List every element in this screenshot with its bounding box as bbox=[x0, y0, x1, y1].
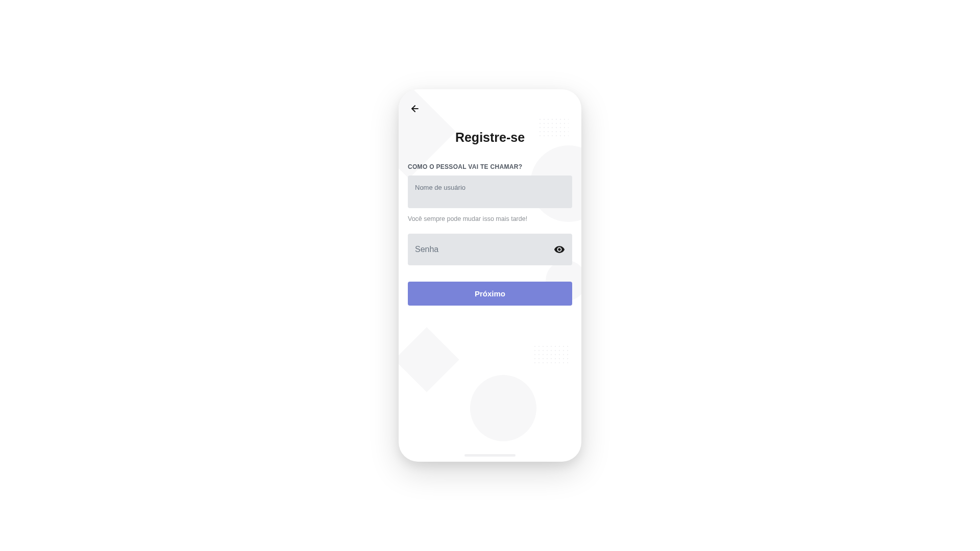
page-title: Registre-se bbox=[408, 130, 572, 145]
next-button[interactable]: Próximo bbox=[408, 282, 572, 306]
eye-icon bbox=[554, 244, 565, 255]
password-wrapper bbox=[408, 234, 572, 265]
username-input[interactable] bbox=[408, 176, 572, 208]
home-indicator bbox=[464, 454, 516, 457]
username-label: COMO O PESSOAL VAI TE CHAMAR? bbox=[408, 163, 572, 170]
toggle-password-visibility[interactable] bbox=[554, 244, 565, 255]
back-button[interactable] bbox=[408, 102, 422, 116]
arrow-left-icon bbox=[410, 104, 420, 114]
phone-frame: Registre-se COMO O PESSOAL VAI TE CHAMAR… bbox=[399, 89, 581, 462]
username-hint: Você sempre pode mudar isso mais tarde! bbox=[408, 215, 572, 222]
password-input[interactable] bbox=[408, 234, 572, 265]
